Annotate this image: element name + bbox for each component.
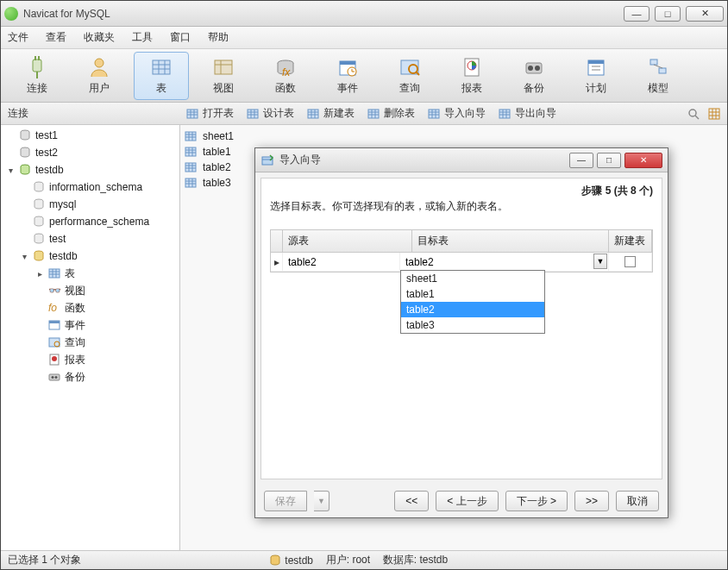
grid-view-icon[interactable] bbox=[708, 108, 720, 120]
tree-item-label: test1 bbox=[35, 129, 58, 141]
schema-icon bbox=[32, 232, 46, 246]
dropdown-option[interactable]: table1 bbox=[401, 286, 544, 302]
tree-item[interactable]: fo函数 bbox=[1, 299, 179, 316]
svg-rect-60 bbox=[499, 110, 510, 118]
action-button[interactable]: 导入向导 bbox=[427, 106, 486, 121]
save-button[interactable]: 保存 bbox=[264, 491, 307, 511]
menubar: 文件 查看 收藏夹 工具 窗口 帮助 bbox=[1, 27, 727, 49]
action-button[interactable]: 打开表 bbox=[185, 106, 234, 121]
titlebar: Navicat for MySQL — □ ✕ bbox=[1, 1, 727, 27]
tree-item-label: testdb bbox=[49, 250, 78, 262]
dialog-close-button[interactable]: ✕ bbox=[624, 153, 662, 168]
plug-icon bbox=[25, 55, 49, 79]
dialog-maximize-button[interactable]: □ bbox=[597, 153, 621, 168]
toolbar-user-button[interactable]: 用户 bbox=[72, 52, 127, 100]
view-icon bbox=[211, 55, 235, 79]
action-button[interactable]: 删除表 bbox=[367, 106, 415, 121]
toolbar-view-button[interactable]: 视图 bbox=[196, 52, 251, 100]
toolbar-func-button[interactable]: fx函数 bbox=[258, 52, 313, 100]
cancel-button[interactable]: 取消 bbox=[616, 491, 659, 511]
tree-item-label: 函数 bbox=[65, 301, 85, 316]
mapping-row: ▸ table2 ▼ sheet1table1table2table3 bbox=[271, 253, 652, 272]
table-icon bbox=[306, 107, 320, 121]
tree-item[interactable]: 查询 bbox=[1, 334, 179, 351]
tree-item[interactable]: 👓视图 bbox=[1, 282, 179, 299]
plan-icon bbox=[584, 55, 608, 79]
action-button[interactable]: 设计表 bbox=[246, 106, 294, 121]
toolbar-event-button[interactable]: 事件 bbox=[320, 52, 375, 100]
connection-tree[interactable]: test1test2▾testdbinformation_schemamysql… bbox=[1, 125, 180, 550]
prev-button[interactable]: < 上一步 bbox=[436, 491, 498, 511]
menu-window[interactable]: 窗口 bbox=[170, 30, 191, 45]
tree-item[interactable]: 报表 bbox=[1, 351, 179, 368]
last-button[interactable]: >> bbox=[574, 491, 609, 511]
toolbar-report-button[interactable]: 报表 bbox=[444, 52, 499, 100]
row-marker-icon: ▸ bbox=[271, 253, 283, 271]
tree-item[interactable]: test1 bbox=[1, 127, 179, 144]
save-dropdown-button[interactable]: ▼ bbox=[314, 491, 329, 511]
svg-line-66 bbox=[695, 116, 699, 119]
svg-rect-111 bbox=[185, 179, 196, 187]
func-icon: fx bbox=[273, 55, 298, 79]
search-icon[interactable] bbox=[687, 108, 700, 120]
svg-point-27 bbox=[535, 66, 540, 71]
svg-point-26 bbox=[528, 66, 533, 71]
tree-item[interactable]: ▸表 bbox=[1, 265, 179, 282]
menu-favorites[interactable]: 收藏夹 bbox=[84, 30, 115, 45]
table-icon bbox=[498, 107, 511, 121]
table-icon bbox=[246, 107, 260, 121]
table-icon bbox=[184, 160, 198, 174]
tree-item[interactable]: 事件 bbox=[1, 316, 179, 334]
dropdown-option[interactable]: table3 bbox=[401, 317, 544, 333]
target-dropdown-button[interactable]: ▼ bbox=[593, 254, 607, 269]
minimize-button[interactable]: — bbox=[624, 6, 650, 22]
svg-rect-117 bbox=[262, 157, 273, 165]
dropdown-option[interactable]: sheet1 bbox=[401, 271, 544, 286]
wizard-step-label: 步骤 5 (共 8 个) bbox=[581, 184, 653, 198]
svg-rect-80 bbox=[49, 269, 60, 278]
tree-item[interactable]: test2 bbox=[1, 144, 179, 161]
maximize-button[interactable]: □ bbox=[655, 6, 681, 22]
action-button[interactable]: 导出向导 bbox=[498, 106, 556, 121]
app-icon bbox=[4, 7, 18, 21]
report-icon bbox=[47, 353, 61, 366]
toolbar-plan-button[interactable]: 计划 bbox=[568, 52, 624, 100]
db-icon bbox=[269, 554, 281, 567]
tree-item[interactable]: ▾testdb bbox=[1, 161, 179, 179]
action-button[interactable]: 新建表 bbox=[306, 106, 355, 121]
menu-file[interactable]: 文件 bbox=[8, 30, 28, 45]
toolbar-query-button[interactable]: 查询 bbox=[382, 52, 437, 100]
tree-item-label: 报表 bbox=[65, 353, 85, 367]
svg-text:fx: fx bbox=[282, 66, 291, 78]
target-table-input[interactable] bbox=[405, 254, 603, 270]
tree-item[interactable]: performance_schema bbox=[1, 213, 179, 230]
col-source: 源表 bbox=[283, 230, 412, 252]
tree-item[interactable]: mysql bbox=[1, 196, 179, 213]
tree-item-label: test2 bbox=[35, 147, 58, 159]
next-button[interactable]: 下一步 > bbox=[505, 491, 568, 511]
tree-item[interactable]: 备份 bbox=[1, 368, 179, 385]
tree-item[interactable]: test bbox=[1, 230, 179, 247]
import-wizard-dialog: 导入向导 — □ ✕ 步骤 5 (共 8 个) 选择目标表。你可选择现有的表，或… bbox=[254, 147, 668, 518]
new-table-checkbox[interactable] bbox=[624, 256, 636, 267]
dropdown-option[interactable]: table2 bbox=[401, 302, 544, 317]
menu-view[interactable]: 查看 bbox=[46, 30, 66, 45]
view-icon: 👓 bbox=[47, 284, 61, 298]
toolbar-plug-button[interactable]: 连接 bbox=[9, 52, 65, 100]
close-button[interactable]: ✕ bbox=[686, 6, 724, 22]
first-button[interactable]: << bbox=[394, 491, 429, 511]
table-item[interactable]: sheet1 bbox=[184, 128, 724, 144]
report-icon bbox=[460, 55, 484, 79]
user-icon bbox=[87, 55, 111, 79]
svg-rect-29 bbox=[588, 60, 604, 64]
toolbar-model-button[interactable]: 模型 bbox=[631, 52, 686, 100]
menu-help[interactable]: 帮助 bbox=[208, 30, 229, 45]
toolbar-table-button[interactable]: 表 bbox=[134, 52, 189, 100]
menu-tools[interactable]: 工具 bbox=[132, 30, 153, 45]
dialog-footer: 保存 ▼ << < 上一步 下一步 > >> 取消 bbox=[255, 485, 668, 517]
toolbar-backup-button[interactable]: 备份 bbox=[506, 52, 562, 100]
tree-item[interactable]: information_schema bbox=[1, 179, 179, 196]
tree-item[interactable]: ▾testdb bbox=[1, 247, 179, 265]
table-icon bbox=[367, 107, 380, 121]
dialog-minimize-button[interactable]: — bbox=[569, 153, 593, 168]
